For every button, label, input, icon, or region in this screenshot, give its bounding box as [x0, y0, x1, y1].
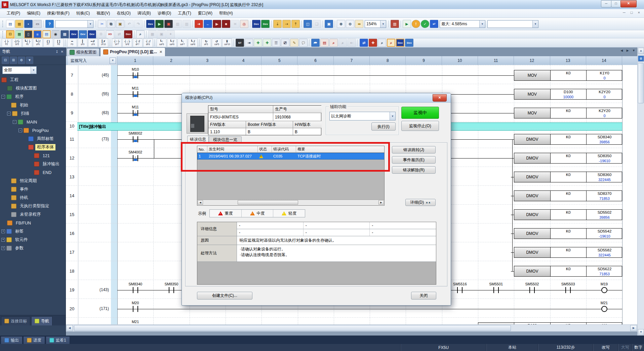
open-contact-icon[interactable]: ┤├F5	[2, 38, 11, 47]
dialog-titlebar[interactable]: 模块诊断(CPU)	[182, 93, 451, 103]
coil-M19[interactable]	[601, 287, 607, 293]
menu-item[interactable]: 转换(C)	[73, 9, 93, 17]
dev-tree-icon[interactable]: Dev	[79, 30, 87, 38]
mode-dropdown-icon[interactable]: ▼	[110, 58, 116, 64]
step-over-icon[interactable]: ⇢	[282, 20, 291, 28]
scroll-up-icon[interactable]: ▲	[638, 48, 644, 54]
chevron-down-icon[interactable]: ▼	[479, 21, 485, 28]
online-run-icon[interactable]: ▶	[403, 20, 411, 28]
sidebar-item-工程[interactable]: 工程	[0, 76, 66, 84]
document-tab[interactable]: ProgPou [PRG] [LD] 监...✕	[100, 47, 165, 56]
mdi-window-controls[interactable]: ─ □ ×	[623, 10, 642, 14]
contact-SM5503[interactable]	[565, 287, 571, 293]
dropdown-icon[interactable]: ▼	[26, 57, 33, 64]
monitoring-status-button[interactable]: 监视中	[401, 107, 439, 119]
device-comment-icon[interactable]: Dev	[146, 20, 155, 28]
redo-icon[interactable]: ↷	[134, 20, 143, 28]
sidebar-item-扫描[interactable]: −扫描	[0, 109, 66, 118]
scroll-right-icon[interactable]: ▶	[378, 200, 384, 205]
bottom-tab-进度[interactable]: 进度	[23, 336, 45, 344]
chevron-down-icon[interactable]: ▼	[390, 112, 395, 120]
write-to-plc-icon[interactable]: ➜	[195, 20, 203, 28]
statement-icon[interactable]: ✎	[290, 39, 298, 47]
sidebar-item-无执行类型指定[interactable]: 无执行类型指定	[0, 202, 66, 210]
scrollbar-thumb[interactable]	[638, 63, 644, 103]
pin-red-icon[interactable]: ✚	[369, 39, 377, 47]
chevron-down-icon[interactable]: ▼	[380, 21, 386, 28]
print-icon[interactable]: ▭	[33, 20, 42, 28]
tree-collapse-icon[interactable]: ⊞	[10, 57, 17, 64]
rising-branch-icon[interactable]: ┗↑saF5	[157, 38, 166, 47]
falling-branch-icon[interactable]: ┗↓saF7	[177, 38, 187, 47]
menu-item[interactable]: 搜索/替换(F)	[44, 9, 73, 17]
coil-M21[interactable]	[601, 306, 607, 312]
tab-scroll-icons[interactable]: ◀ ▶ ▼	[620, 49, 637, 52]
menu-item[interactable]: 视图(V)	[93, 9, 113, 17]
tree-expander-icon[interactable]: −	[13, 120, 16, 124]
bottom-tab-监看1[interactable]: 监看1	[46, 336, 70, 344]
gear-icon[interactable]: ⚙	[18, 57, 25, 64]
instruction-block[interactable]: DMOVK0SD837071853	[514, 190, 622, 201]
error-jump-button[interactable]: 错误跳转(J)	[392, 146, 436, 153]
vertical-scrollbar[interactable]: ▲ ▥ ▼	[637, 47, 644, 336]
invert-operation-icon[interactable]: ↻aF5	[201, 38, 211, 47]
device-test-icon[interactable]: ▣	[164, 20, 173, 28]
change-module-icon[interactable]: ⮫	[311, 39, 320, 47]
bottom-tab-输出[interactable]: 输出	[1, 336, 23, 344]
aux-function-combo[interactable]: 以太网诊断 ▼	[329, 112, 396, 120]
chevron-down-icon[interactable]: ▼	[31, 67, 36, 74]
menu-item[interactable]: 工具(T)	[174, 9, 194, 17]
contact-SM8350[interactable]	[169, 287, 174, 293]
delete-v-line-icon[interactable]: ┃✗cF10	[98, 38, 108, 47]
tree-expander-icon[interactable]: +	[1, 238, 5, 242]
note-icon[interactable]: 💬	[299, 39, 308, 47]
sidebar-item-待机[interactable]: 待机	[0, 194, 66, 202]
project-select-combo[interactable]: ▼	[55, 20, 93, 28]
panel-tab-导航[interactable]: 导航	[31, 316, 52, 325]
tree-expander-icon[interactable]: −	[18, 129, 22, 132]
contact-SM5516[interactable]	[457, 287, 462, 293]
contact-M20[interactable]	[133, 306, 138, 312]
menu-item[interactable]: 调试(B)	[134, 9, 154, 17]
zoom-in-icon[interactable]: ⊕	[337, 20, 345, 28]
sidebar-item-参数[interactable]: +参数	[0, 244, 66, 252]
falling-pulse-closed-icon[interactable]: ┤↓/aF8	[143, 38, 153, 47]
horizontal-scrollbar[interactable]: ◀ ▶	[66, 324, 637, 331]
sidebar-item-MAIN[interactable]: −MAIN	[0, 118, 66, 126]
new-file-icon[interactable]: ▤	[6, 20, 14, 28]
device-display-on-icon[interactable]: Dev	[252, 20, 260, 28]
scrollbar-thumb[interactable]	[238, 200, 298, 205]
coil-icon[interactable]: ( )F7	[43, 38, 53, 47]
document-tab[interactable]: 模块配置图	[67, 48, 99, 56]
monitor-start-icon[interactable]: ▶	[213, 20, 221, 28]
gear-icon[interactable]: ⚙	[97, 30, 105, 38]
read-mode-icon[interactable]: ▤	[320, 39, 329, 47]
intelligent-icon[interactable]: ✦	[166, 30, 175, 38]
help-icon[interactable]: ?	[45, 20, 54, 28]
delete-h-line-icon[interactable]: ━✗cF9	[88, 38, 98, 47]
invert-pulse-icon[interactable]: ↺caF5	[212, 38, 222, 47]
scroll-right-icon[interactable]: ▶	[630, 325, 637, 331]
instruction-block[interactable]: DMOVK0SD8350-19610	[514, 153, 622, 164]
scroll-left-icon[interactable]: ◀	[66, 325, 73, 331]
nav-window-icon[interactable]: ⊟	[6, 30, 14, 38]
undo-icon[interactable]: ↶	[125, 20, 133, 28]
memory-dump-icon[interactable]: ▦	[148, 30, 157, 38]
check-ok-icon[interactable]: ✓	[421, 20, 429, 28]
device-display-off-icon[interactable]: Dev	[261, 20, 270, 28]
sidebar-item-事件[interactable]: 事件	[0, 185, 66, 194]
instruction-block[interactable]: MOVD10010000K2Y200	[514, 89, 622, 100]
panel-tab-连接目标[interactable]: 连接目标	[1, 316, 30, 325]
tab-error-info[interactable]: 错误信息	[187, 136, 209, 143]
error-table-hscrollbar[interactable]: ◀ ||| ▶	[197, 200, 384, 205]
docking-help-combo[interactable]: ▼	[487, 20, 538, 28]
step-break-icon[interactable]: ⇡	[291, 20, 300, 28]
tree-filter-combo[interactable]: 全部 ▼	[2, 66, 37, 74]
vertical-line-icon[interactable]: ┃sF9	[78, 38, 87, 47]
insert-row-icon[interactable]: ☰	[272, 39, 280, 47]
instruction-block[interactable]: DMOVK0SD5542-19610	[514, 228, 622, 239]
sidebar-item-模块配置图[interactable]: 模块配置图	[0, 84, 66, 93]
sidebar-item-局部标签[interactable]: 局部标签	[0, 135, 66, 143]
application-instruction-icon[interactable]: [ ]F8	[54, 38, 64, 47]
closed-branch-icon[interactable]: ┗┤/sF6	[33, 38, 43, 47]
